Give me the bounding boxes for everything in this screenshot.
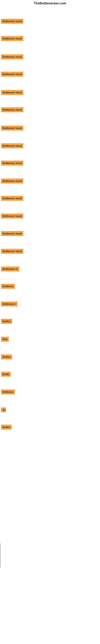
bottleneck-item-6: Bottleneck result bbox=[1, 107, 23, 113]
bottleneck-item-13: Bottleneck result bbox=[1, 231, 23, 237]
bottleneck-label-8: Bottleneck result bbox=[1, 143, 23, 148]
bottleneck-item-15: Bottleneck re bbox=[1, 266, 19, 272]
bottleneck-label-15: Bottleneck re bbox=[1, 266, 19, 272]
bottleneck-label-2: Bottleneck result bbox=[1, 36, 23, 41]
bottleneck-item-10: Bottleneck result bbox=[1, 178, 23, 184]
bottleneck-item-21: Bottle bbox=[1, 372, 11, 378]
bottleneck-label-17: Bottleneck r bbox=[1, 302, 17, 306]
bottleneck-item-24: Bottler bbox=[1, 425, 12, 430]
bottleneck-container: Bottleneck resultBottleneck resultBottle… bbox=[0, 7, 100, 644]
bottleneck-label-24: Bottler bbox=[1, 425, 12, 430]
bottleneck-label-12: Bottleneck result bbox=[1, 214, 23, 218]
bottleneck-label-16: Bottlenec bbox=[1, 284, 15, 289]
bottleneck-item-4: Bottleneck result bbox=[1, 72, 23, 78]
bottleneck-label-4: Bottleneck result bbox=[1, 72, 23, 77]
bottleneck-item-18: Bottlen bbox=[1, 319, 12, 324]
bottleneck-label-11: Bottleneck result bbox=[1, 196, 23, 201]
bottleneck-label-14: Bottleneck result bbox=[1, 249, 23, 254]
bottleneck-label-21: Bottle bbox=[1, 372, 11, 377]
page-wrapper: TheBottlenecker.com Bottleneck resultBot… bbox=[0, 0, 100, 644]
bottleneck-label-1: Bottleneck result bbox=[1, 19, 23, 24]
bottleneck-item-11: Bottleneck result bbox=[1, 196, 23, 202]
bottleneck-item-22: Bottlenec bbox=[1, 390, 15, 395]
bottleneck-item-23: Bo bbox=[1, 407, 6, 413]
bottleneck-label-3: Bottleneck result bbox=[1, 54, 23, 59]
bottleneck-item-20: Bottlen bbox=[1, 354, 12, 360]
bottleneck-item-7: Bottleneck result bbox=[1, 126, 23, 132]
bottleneck-label-6: Bottleneck result bbox=[1, 107, 23, 112]
bottleneck-label-9: Bottleneck result bbox=[1, 160, 23, 166]
bottleneck-label-5: Bottleneck result bbox=[1, 90, 23, 95]
site-title: TheBottlenecker.com bbox=[0, 0, 100, 7]
bottleneck-item-1: Bottleneck result bbox=[1, 19, 23, 24]
bottleneck-label-13: Bottleneck result bbox=[1, 231, 23, 236]
bottleneck-label-7: Bottleneck result bbox=[1, 126, 23, 130]
bottleneck-item-9: Bottleneck result bbox=[1, 160, 23, 166]
bottleneck-item-17: Bottleneck r bbox=[1, 302, 17, 307]
bottleneck-label-22: Bottlenec bbox=[1, 390, 15, 394]
bottleneck-label-20: Bottlen bbox=[1, 354, 12, 360]
bottleneck-label-18: Bottlen bbox=[1, 319, 12, 324]
bottleneck-label-10: Bottleneck result bbox=[1, 178, 23, 184]
bottleneck-item-16: Bottlenec bbox=[1, 284, 15, 290]
bottleneck-item-2: Bottleneck result bbox=[1, 36, 23, 42]
bottleneck-item-8: Bottleneck result bbox=[1, 143, 23, 149]
bottleneck-item-5: Bottleneck result bbox=[1, 90, 23, 96]
bottleneck-label-19: Bott bbox=[1, 337, 9, 342]
bottleneck-item-14: Bottleneck result bbox=[1, 249, 23, 254]
bottleneck-item-12: Bottleneck result bbox=[1, 214, 23, 219]
bottleneck-item-19: Bott bbox=[1, 337, 9, 342]
bottleneck-label-23: Bo bbox=[1, 407, 6, 412]
bottleneck-item-3: Bottleneck result bbox=[1, 54, 23, 60]
